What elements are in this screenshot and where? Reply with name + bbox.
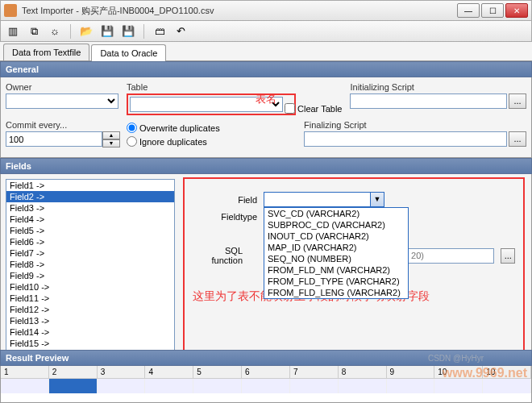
preview-col-header[interactable]: 1: [1, 366, 49, 378]
dropdown-option[interactable]: MAP_ID (VARCHAR2): [264, 242, 408, 253]
preview-col-header[interactable]: 6: [242, 366, 290, 378]
preview-cell[interactable]: [483, 379, 531, 393]
chevron-down-icon[interactable]: ▼: [370, 193, 384, 206]
preview-col-header[interactable]: 5: [193, 366, 242, 378]
general-panel: Owner Table 表名 Clear Table Initializing …: [0, 77, 532, 158]
commit-label: Commit every...: [6, 120, 118, 130]
settings-icon[interactable]: ☼: [48, 24, 62, 39]
preview-col-header[interactable]: 3: [98, 366, 146, 378]
tab-bar: Data from Textfile Data to Oracle: [0, 42, 532, 61]
field-list-item[interactable]: Field10 ->: [6, 281, 174, 293]
app-icon: [4, 4, 17, 17]
clear-table-checkbox[interactable]: Clear Table: [285, 103, 342, 114]
copy-icon[interactable]: ⧉: [27, 24, 41, 39]
undo-icon[interactable]: ↶: [173, 24, 188, 39]
field-list-item[interactable]: Field7 ->: [6, 247, 174, 259]
init-script-browse[interactable]: ...: [509, 93, 526, 109]
sqlfunc-browse[interactable]: ...: [501, 248, 515, 264]
fields-panel: Field1 ->Field2 ->Field3 ->Field4 ->Fiel…: [0, 174, 532, 359]
preview-cell[interactable]: [98, 379, 146, 393]
field-list-item[interactable]: Field4 ->: [6, 214, 174, 225]
save-icon[interactable]: 💾: [100, 24, 114, 39]
owner-label: Owner: [6, 82, 118, 92]
dropdown-option[interactable]: INOUT_CD (VARCHAR2): [264, 231, 408, 242]
dropdown-option[interactable]: FROM_FLD_TYPE (VARCHAR2): [264, 276, 408, 287]
window-title: Text Importer - 购买产品-INB0004_DPO1100.csv: [22, 5, 452, 17]
table-label: Table: [127, 82, 296, 92]
preview-cell[interactable]: [49, 379, 98, 393]
maximize-button[interactable]: ☐: [481, 3, 504, 18]
preview-cell[interactable]: [290, 379, 339, 393]
field-list-item[interactable]: Field8 ->: [6, 259, 174, 270]
ignore-radio[interactable]: Ignore duplicates: [127, 136, 296, 147]
dropdown-option[interactable]: FROM_FLD_NM (VARCHAR2): [264, 264, 408, 276]
init-script-label: Initializing Script: [350, 82, 526, 92]
field-list-item[interactable]: Field11 ->: [6, 293, 174, 304]
watermark-csdn: CSDN @HyHyr: [428, 354, 484, 363]
commit-down[interactable]: ▼: [102, 139, 120, 147]
preview-cell[interactable]: [145, 379, 193, 393]
final-script-label: Finalizing Script: [304, 120, 526, 130]
minimize-button[interactable]: —: [457, 3, 480, 18]
sqlfunc-label: SQL function: [193, 246, 243, 265]
field-list-item[interactable]: Field1 ->: [6, 180, 174, 191]
commit-up[interactable]: ▲: [102, 131, 120, 139]
separator: [70, 24, 71, 39]
window-buttons: — ☐ ✕: [457, 3, 528, 18]
preview-cell[interactable]: [193, 379, 242, 393]
init-script-input[interactable]: [350, 93, 507, 109]
preview-cell[interactable]: [434, 379, 483, 393]
field-list-item[interactable]: Field6 ->: [6, 236, 174, 247]
field-list-item[interactable]: Field3 ->: [6, 202, 174, 214]
preview-col-header[interactable]: 7: [290, 366, 339, 378]
separator: [143, 24, 144, 39]
table-annotation: 表名: [256, 92, 276, 106]
field-dropdown-list[interactable]: SVC_CD (VARCHAR2)SUBPROC_CD (VARCHAR2)IN…: [264, 207, 409, 299]
owner-select[interactable]: [6, 93, 118, 109]
field-list-item[interactable]: Field13 ->: [6, 315, 174, 326]
field-list-item[interactable]: Field14 ->: [6, 326, 174, 338]
mapping-highlight: Field ▼ SVC_CD (VARCHAR2)SUBPROC_CD (VAR…: [183, 177, 525, 352]
saveas-icon[interactable]: 💾: [121, 24, 135, 39]
preview-cell[interactable]: [339, 379, 387, 393]
dropdown-option[interactable]: SUBPROC_CD (VARCHAR2): [264, 219, 408, 231]
preview-cell[interactable]: [242, 379, 290, 393]
close-button[interactable]: ✕: [505, 3, 528, 18]
dropdown-option[interactable]: SVC_CD (VARCHAR2): [264, 208, 408, 219]
open-icon[interactable]: 📂: [79, 24, 94, 39]
field-list-item[interactable]: Field15 ->: [6, 338, 174, 349]
tab-textfile[interactable]: Data from Textfile: [3, 44, 89, 60]
field-list-item[interactable]: Field2 ->: [6, 191, 174, 202]
commit-input[interactable]: [6, 131, 102, 147]
watermark: www.9969.net: [443, 366, 527, 380]
new-icon[interactable]: ▥: [6, 24, 20, 39]
preview-cell[interactable]: [1, 379, 49, 393]
field-list-item[interactable]: Field5 ->: [6, 225, 174, 236]
tab-oracle[interactable]: Data to Oracle: [91, 44, 166, 61]
final-script-input[interactable]: [304, 131, 507, 147]
field-label: Field: [193, 195, 257, 205]
dropdown-option[interactable]: SEQ_NO (NUMBER): [264, 253, 408, 264]
fieldtype-label: Fieldtype: [193, 212, 257, 222]
field-list[interactable]: Field1 ->Field2 ->Field3 ->Field4 ->Fiel…: [6, 179, 175, 354]
dropdown-option[interactable]: FROM_FLD_LENG (VARCHAR2): [264, 287, 408, 298]
preview-col-header[interactable]: 4: [145, 366, 193, 378]
overwrite-radio[interactable]: Overwrite duplicates: [127, 123, 296, 133]
titlebar: Text Importer - 购买产品-INB0004_DPO1100.csv…: [0, 0, 532, 21]
general-header: General: [0, 61, 532, 77]
preview-cell[interactable]: [387, 379, 435, 393]
toolbar: ▥ ⧉ ☼ 📂 💾 💾 🗃 ↶: [0, 21, 532, 42]
clear-table-input[interactable]: [285, 103, 295, 114]
field-list-item[interactable]: Field12 ->: [6, 304, 174, 315]
preview-col-header[interactable]: 9: [387, 366, 435, 378]
field-dropdown[interactable]: ▼ SVC_CD (VARCHAR2)SUBPROC_CD (VARCHAR2)…: [264, 192, 384, 207]
fields-header: Fields: [0, 158, 532, 174]
db-icon[interactable]: 🗃: [152, 24, 167, 39]
preview-col-header[interactable]: 2: [49, 366, 98, 378]
final-script-browse[interactable]: ...: [509, 131, 526, 147]
field-detail-pane: Field ▼ SVC_CD (VARCHAR2)SUBPROC_CD (VAR…: [180, 174, 531, 359]
preview-col-header[interactable]: 8: [339, 366, 387, 378]
field-list-item[interactable]: Field9 ->: [6, 270, 174, 281]
